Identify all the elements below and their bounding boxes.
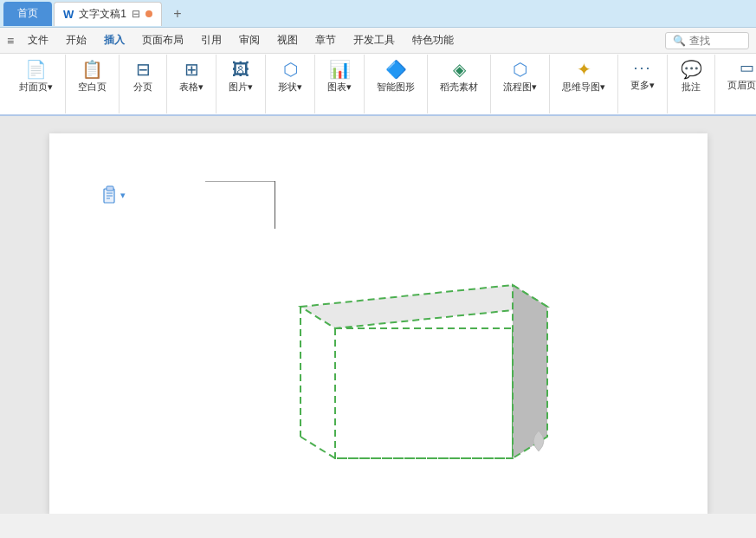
ribbon-group-chart: 📊 图表▾ (315, 55, 365, 113)
material-label: 稻壳素材 (440, 81, 478, 94)
header-footer-label: 页眉页脚 (727, 79, 756, 92)
material-icon: ◈ (453, 59, 466, 80)
ribbon-group-mindmap: ✦ 思维导图▾ (550, 55, 618, 113)
ribbon-group-blank: 📋 空白页 (66, 55, 120, 113)
flow-icon: ⬡ (513, 59, 527, 80)
tab-doc-label: 文字文稿1 (79, 7, 126, 22)
3d-box-svg (292, 272, 560, 471)
ribbon-group-pagebreak: ⊟ 分页 (120, 55, 167, 113)
table-icon: ⊞ (184, 59, 199, 80)
h-rule-line (205, 181, 275, 182)
btn-smart[interactable]: 🔷 智能图形 (372, 56, 420, 96)
ribbon-group-shape: ⬡ 形状▾ (266, 55, 315, 113)
ribbon-group-table: ⊞ 表格▾ (167, 55, 216, 113)
btn-pagebreak[interactable]: ⊟ 分页 (126, 56, 159, 96)
comment-icon: 💬 (681, 59, 702, 80)
menu-devtools[interactable]: 开发工具 (345, 29, 404, 51)
menu-home[interactable]: 开始 (57, 29, 95, 51)
ribbon-group-flow: ⬡ 流程图▾ (491, 55, 550, 113)
tab-home[interactable]: 首页 (3, 2, 52, 26)
btn-header-footer[interactable]: ▭ 页眉页脚 (722, 56, 756, 94)
svg-marker-7 (300, 307, 335, 458)
cover-icon: 📄 (25, 59, 47, 80)
blank-icon: 📋 (81, 59, 103, 80)
svg-rect-1 (107, 186, 113, 191)
pagebreak-icon: ⊟ (136, 59, 151, 80)
doc-icon: W (63, 8, 74, 21)
smart-label: 智能图形 (377, 81, 415, 94)
smart-icon: 🔷 (385, 59, 407, 80)
doc-paste-icon: ▾ (101, 185, 126, 204)
btn-chart[interactable]: 📊 图表▾ (322, 56, 357, 96)
cursor-area (136, 181, 309, 233)
ribbon-group-comment: 💬 批注 (668, 55, 715, 113)
ribbon-content: 📄 封面页▾ 📋 空白页 ⊟ 分页 ⊞ 表格▾ (0, 54, 756, 116)
paste-svg (101, 185, 119, 204)
btn-cover[interactable]: 📄 封面页▾ (14, 56, 58, 96)
search-box[interactable]: 🔍 (665, 32, 749, 49)
ribbon-group-smart: 🔷 智能图形 (365, 55, 428, 113)
btn-table[interactable]: ⊞ 表格▾ (174, 56, 209, 96)
ribbon-group-cover: 📄 封面页▾ (7, 55, 66, 113)
menu-ref[interactable]: 引用 (192, 29, 230, 51)
menu-features[interactable]: 特色功能 (404, 29, 462, 51)
table-label: 表格▾ (179, 81, 204, 94)
btn-image[interactable]: 🖼 图片▾ (223, 56, 258, 96)
search-icon: 🔍 (673, 35, 686, 47)
ribbon-group-material: ◈ 稻壳素材 (428, 55, 491, 113)
btn-material[interactable]: ◈ 稻壳素材 (435, 56, 483, 96)
shape-btn-icon: ⬡ (283, 59, 298, 80)
pagebreak-label: 分页 (133, 81, 152, 94)
doc-page: ▾ (49, 133, 708, 514)
menu-insert[interactable]: 插入 (95, 29, 133, 51)
menu-review[interactable]: 审阅 (230, 29, 268, 51)
svg-rect-8 (335, 328, 513, 458)
btn-mindmap[interactable]: ✦ 思维导图▾ (557, 56, 611, 96)
btn-comment[interactable]: 💬 批注 (675, 56, 708, 96)
tab-add[interactable]: + (165, 2, 190, 26)
tab-doc[interactable]: W 文字文稿1 ⊟ (54, 2, 162, 26)
paste-dropdown[interactable]: ▾ (120, 190, 126, 201)
menu-section[interactable]: 章节 (307, 29, 345, 51)
tab-close-dot[interactable] (145, 10, 152, 17)
search-input[interactable] (689, 35, 741, 47)
mindmap-label: 思维导图▾ (562, 81, 605, 94)
image-icon: 🖼 (232, 59, 249, 80)
cover-label: 封面页▾ (19, 81, 53, 94)
flow-label: 流程图▾ (503, 81, 537, 94)
hamburger-icon[interactable]: ≡ (7, 34, 14, 48)
svg-marker-11 (513, 285, 547, 458)
tab-monitor: ⊟ (132, 8, 140, 20)
menu-view[interactable]: 视图 (268, 29, 307, 51)
text-cursor (275, 181, 275, 229)
ribbon-group-image: 🖼 图片▾ (216, 55, 266, 113)
btn-flow[interactable]: ⬡ 流程图▾ (498, 56, 542, 96)
btn-more[interactable]: ··· 更多▾ (625, 56, 660, 94)
shape-label: 形状▾ (278, 81, 302, 94)
ribbon-group-more: ··· 更多▾ (618, 55, 668, 113)
chart-label: 图表▾ (327, 81, 352, 94)
mindmap-icon: ✦ (577, 59, 591, 80)
menu-pagelayout[interactable]: 页面布局 (133, 29, 192, 51)
blank-label: 空白页 (78, 81, 107, 94)
svg-marker-6 (300, 285, 547, 328)
menu-bar: ≡ 文件 开始 插入 页面布局 引用 审阅 视图 章节 开发工具 特色功能 🔍 (0, 28, 756, 54)
comment-label: 批注 (682, 81, 701, 94)
header-footer-icon: ▭ (740, 59, 754, 78)
more-label: 更多▾ (630, 79, 655, 92)
menu-file[interactable]: 文件 (19, 29, 57, 51)
tab-bar: 首页 W 文字文稿1 ⊟ + (0, 0, 756, 28)
ribbon-group-header-footer: ▭ 页眉页脚 (715, 55, 756, 113)
doc-area[interactable]: ▾ (0, 116, 756, 514)
btn-shape[interactable]: ⬡ 形状▾ (273, 56, 307, 96)
image-label: 图片▾ (229, 81, 253, 94)
chart-icon: 📊 (329, 59, 351, 80)
btn-blank[interactable]: 📋 空白页 (73, 56, 112, 96)
more-icon: ··· (633, 59, 651, 78)
3d-box-container[interactable] (292, 272, 560, 474)
